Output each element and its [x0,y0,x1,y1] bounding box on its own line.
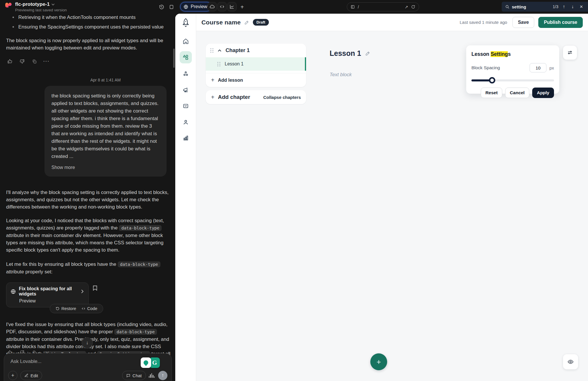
show-more-link[interactable]: Show more [51,164,160,171]
sidebar-item-content[interactable] [180,51,192,63]
assistant-paragraph: Let me fix this by ensuring all block ty… [6,261,171,275]
search-input[interactable]: setting [512,4,551,9]
search-icon [505,5,510,9]
last-saved-text: Last saved 1 minute ago [460,20,507,25]
code-icon[interactable] [217,2,227,11]
rocket-logo-icon[interactable] [181,18,190,28]
chat-input-placeholder[interactable]: Ask Lovable... [10,359,42,364]
search-next-icon[interactable]: ↓ [569,4,576,9]
globe-icon [10,289,16,294]
refresh-icon[interactable] [411,5,415,9]
preview-mode-button[interactable]: Preview [180,2,212,11]
search-match-count: 1/3 [553,4,558,9]
chevron-up-icon[interactable] [218,49,221,52]
save-button[interactable]: Save [512,17,534,28]
assistant-paragraph: Looking at your code, I noticed that the… [6,217,171,254]
view-code-button[interactable]: Code [81,306,97,311]
pages-icon [351,5,355,9]
thumbs-up-icon[interactable] [6,58,14,65]
reset-button[interactable]: Reset [481,88,502,98]
chat-bubble-icon [126,373,131,378]
sidebar-item-users[interactable] [180,116,192,128]
block-spacing-input[interactable]: 10 [530,63,546,72]
open-external-icon[interactable]: ↗ [405,5,408,9]
url-bar[interactable]: / ↗ [347,2,419,11]
search-close-icon[interactable]: × [578,4,585,10]
history-icon[interactable] [157,3,166,11]
voice-input-icon[interactable] [149,373,155,378]
restore-button[interactable]: Restore [56,306,76,311]
more-options-icon[interactable]: ··· [43,349,50,353]
text-block-placeholder[interactable]: Text block [330,72,352,78]
suggestion-extension-icon[interactable] [141,357,151,368]
bullet-item: Ensuring the SpacingSettings component u… [6,23,171,31]
code-icon [81,307,85,311]
bullet-item: Retrieving it when the ActionTools compo… [6,14,171,21]
attach-button[interactable]: + [8,371,17,380]
more-options-icon[interactable]: ··· [43,58,50,65]
sidebar-item-marketing[interactable] [180,84,192,96]
extension-icons: G [141,357,160,368]
panel-layout-icon[interactable] [167,3,176,11]
thumbs-down-icon[interactable] [18,58,26,65]
restore-code-pill: Restore Code [50,304,103,313]
chapter-row[interactable]: Chapter 1 [206,44,306,57]
block-spacing-slider[interactable] [471,77,554,83]
copy-icon[interactable] [31,58,38,65]
add-chapter-button[interactable]: + Add chapter [211,94,250,101]
status-badge: Draft [253,19,269,26]
message-actions: ··· [6,58,171,65]
chevron-down-icon [51,3,55,6]
send-button[interactable]: ↑ [158,371,167,380]
bookmark-icon[interactable] [93,285,97,291]
sidebar-item-store[interactable] [180,100,192,112]
url-path: / [358,5,359,9]
add-tab-icon[interactable]: + [238,3,246,11]
copy-icon[interactable] [31,349,38,353]
thumbs-up-icon[interactable] [6,349,14,353]
restore-icon [56,307,60,311]
chat-panel: Retrieving it when the ActionTools compo… [0,14,175,381]
unit-label: px [549,65,554,70]
edit-card-title: Fix block spacing for all widgets [19,286,78,297]
sidebar-item-home[interactable] [180,35,192,47]
scroll-to-bottom-button[interactable]: ↓ [82,337,93,348]
chat-input-box[interactable]: Ask Lovable... G + Edit Chat [4,353,172,381]
add-lesson-button[interactable]: + Add lesson [206,73,306,87]
settings-toggle-button[interactable] [563,46,577,60]
thumbs-down-icon[interactable] [18,349,26,353]
preview-label: Preview [191,4,207,9]
message-timestamp: Apr 8 at 1:41 AM [44,78,167,82]
edit-mode-button[interactable]: Edit [20,371,42,380]
edit-lesson-title-icon[interactable] [365,51,371,56]
globe-icon [183,4,188,9]
cloud-icon[interactable] [208,2,217,11]
drag-handle-icon[interactable] [210,48,214,53]
slider-thumb[interactable] [489,77,495,83]
block-spacing-label: Block Spacing [471,65,530,70]
collapse-chapters-button[interactable]: Collapse chapters [263,95,301,100]
edit-icon [24,373,28,378]
assistant-paragraph: I'll analyze why the block spacing setti… [6,189,171,211]
sidebar-item-analytics[interactable] [180,132,192,144]
search-prev-icon[interactable]: ↑ [561,4,567,9]
chat-scrollbar[interactable] [173,49,175,68]
apply-button[interactable]: Apply [532,88,554,98]
publish-course-button[interactable]: Publish course [538,17,583,28]
course-title: Course name [201,19,241,26]
settings-title: Lesson Settings [471,51,554,57]
app-sidebar [175,14,196,381]
preview-toggle-button[interactable] [563,354,578,369]
cancel-button[interactable]: Cancel [505,88,529,98]
lesson-row-selected[interactable]: Lesson 1 [206,57,306,71]
search-highlight: Setting [491,51,508,57]
add-block-fab[interactable]: + [370,353,387,370]
project-menu[interactable]: flc-prototype-1 Previewing last saved ve… [5,1,67,13]
edit-card-subtitle: Preview [19,298,84,304]
analytics-icon[interactable] [227,2,237,11]
chat-mode-button[interactable]: Chat [122,371,146,380]
edit-course-title-icon[interactable] [244,20,249,25]
sidebar-item-community[interactable] [180,68,192,80]
drag-handle-icon[interactable] [217,62,221,66]
topbar: flc-prototype-1 Previewing last saved ve… [0,0,588,14]
